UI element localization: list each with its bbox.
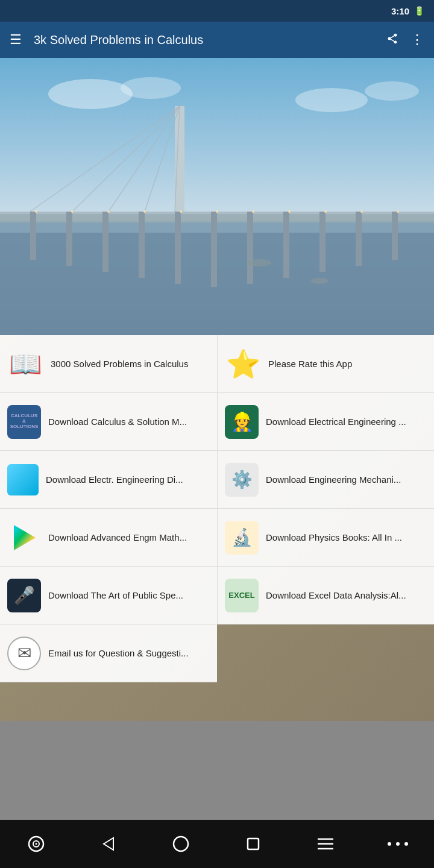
svg-point-35 <box>121 77 181 99</box>
excel-app-icon: EXCEL <box>225 579 259 612</box>
svg-point-48 <box>388 842 391 846</box>
menu-item-physics[interactable]: 🔬 Download Physics Books: All In ... <box>217 509 434 567</box>
svg-marker-38 <box>14 525 36 550</box>
download-physics-label: Download Physics Books: All In ... <box>266 532 427 544</box>
app-bar-title: 3k Solved Problems in Calculus <box>34 33 386 47</box>
menu-item-public-speaking[interactable]: 🎤 Download The Art of Public Spe... <box>0 567 217 624</box>
hero-image <box>0 58 434 335</box>
svg-point-36 <box>295 88 368 112</box>
svg-point-28 <box>288 210 291 213</box>
svg-rect-5 <box>66 212 72 266</box>
play-icon <box>7 521 41 555</box>
electrical-app-icon: 👷 <box>225 405 259 439</box>
svg-point-32 <box>247 259 271 266</box>
menu-item-rate-app[interactable]: ⭐ Please Rate this App <box>217 335 434 393</box>
svg-point-25 <box>180 210 182 213</box>
download-mech-label: Download Engineering Mechani... <box>266 474 427 486</box>
download-excel-label: Download Excel Data Analysis:Al... <box>266 590 427 602</box>
bottom-nav <box>0 820 434 868</box>
menu-item-excel[interactable]: EXCEL Download Excel Data Analysis:Al... <box>217 567 434 624</box>
dots-nav-btn[interactable] <box>374 820 422 868</box>
svg-line-17 <box>72 106 180 212</box>
svg-point-21 <box>35 210 37 213</box>
menu-row-1: 📖 3000 Solved Problems in Calculus ⭐ Ple… <box>0 335 434 393</box>
svg-rect-44 <box>248 838 259 849</box>
blue-square-icon <box>7 464 39 495</box>
svg-rect-8 <box>175 212 181 284</box>
menu-row-4: Download Advanced Engm Math... 🔬 Downloa… <box>0 509 434 567</box>
svg-line-18 <box>108 106 180 212</box>
menu-container: 📖 3000 Solved Problems in Calculus ⭐ Ple… <box>0 335 434 682</box>
mech-app-icon: ⚙️ <box>225 463 259 497</box>
download-electrical-label: Download Electrical Engineering ... <box>266 416 427 428</box>
menu-nav-btn[interactable] <box>301 820 350 868</box>
svg-line-19 <box>145 106 180 212</box>
svg-rect-13 <box>356 212 362 266</box>
share-icon[interactable] <box>386 33 398 48</box>
email-icon: ✉ <box>7 637 41 670</box>
app-bar-actions: ⋮ <box>386 32 424 48</box>
menu-item-download-electrical[interactable]: 👷 Download Electrical Engineering ... <box>217 393 434 451</box>
svg-point-29 <box>324 210 327 213</box>
download-public-label: Download The Art of Public Spe... <box>48 590 210 602</box>
recent-nav-btn[interactable] <box>229 820 277 868</box>
menu-icon[interactable]: ☰ <box>10 32 22 48</box>
download-adv-math-label: Download Advanced Engm Math... <box>48 532 210 544</box>
battery-icon: 🔋 <box>414 6 424 16</box>
menu-item-mech[interactable]: ⚙️ Download Engineering Mechani... <box>217 451 434 509</box>
svg-rect-6 <box>102 212 108 272</box>
physics-app-icon: 🔬 <box>225 521 259 555</box>
svg-rect-7 <box>139 212 145 278</box>
svg-rect-11 <box>283 212 289 278</box>
status-bar: 3:10 🔋 <box>0 0 434 22</box>
svg-point-37 <box>365 81 419 101</box>
app-bar: ☰ 3k Solved Problems in Calculus ⋮ <box>0 22 434 58</box>
svg-rect-4 <box>30 212 36 260</box>
menu-item-adv-math[interactable]: Download Advanced Engm Math... <box>0 509 217 567</box>
back-nav-btn[interactable] <box>84 820 133 868</box>
menu-row-5: 🎤 Download The Art of Public Spe... EXCE… <box>0 567 434 624</box>
calculus-app-icon: CALCULUS&SOLUTIONS <box>7 405 41 439</box>
menu-item-solved-problems[interactable]: 📖 3000 Solved Problems in Calculus <box>0 335 217 393</box>
rate-app-label: Please Rate this App <box>268 358 427 370</box>
svg-point-43 <box>174 837 188 851</box>
camera-nav-btn[interactable] <box>12 820 60 868</box>
svg-point-26 <box>216 210 218 213</box>
svg-rect-10 <box>247 212 253 284</box>
svg-point-22 <box>71 210 74 213</box>
star-icon: ⭐ <box>225 346 261 382</box>
public-speaking-app-icon: 🎤 <box>7 579 41 612</box>
svg-point-23 <box>107 210 110 213</box>
empty-cell <box>217 624 434 682</box>
menu-item-download-calculus[interactable]: CALCULUS&SOLUTIONS Download Calculus & S… <box>0 393 217 451</box>
download-elec-di-label: Download Electr. Engineering Di... <box>46 474 210 486</box>
book-icon: 📖 <box>7 346 43 382</box>
svg-rect-15 <box>175 106 184 212</box>
svg-rect-9 <box>211 212 217 287</box>
status-time: 3:10 <box>391 6 409 16</box>
svg-point-50 <box>404 842 408 846</box>
svg-rect-14 <box>392 212 398 260</box>
menu-item-email[interactable]: ✉ Email us for Question & Suggesti... <box>0 624 217 682</box>
solved-problems-label: 3000 Solved Problems in Calculus <box>51 358 210 370</box>
svg-point-24 <box>143 210 146 213</box>
svg-point-30 <box>360 210 363 213</box>
svg-point-49 <box>396 842 400 846</box>
menu-row-3: Download Electr. Engineering Di... ⚙️ Do… <box>0 451 434 509</box>
menu-item-elec-di[interactable]: Download Electr. Engineering Di... <box>0 451 217 509</box>
home-nav-btn[interactable] <box>157 820 205 868</box>
more-options-icon[interactable]: ⋮ <box>410 32 424 48</box>
svg-point-31 <box>397 210 399 213</box>
menu-row-6: ✉ Email us for Question & Suggesti... <box>0 624 434 682</box>
email-label: Email us for Question & Suggesti... <box>48 647 210 659</box>
download-calculus-label: Download Calculus & Solution M... <box>48 416 210 428</box>
svg-point-33 <box>311 278 328 284</box>
svg-point-27 <box>252 210 254 213</box>
bridge-illustration <box>0 58 434 335</box>
menu-row-2: CALCULUS&SOLUTIONS Download Calculus & S… <box>0 393 434 451</box>
svg-point-34 <box>48 79 133 109</box>
svg-point-41 <box>36 843 37 845</box>
svg-line-16 <box>30 106 180 212</box>
svg-marker-42 <box>104 838 113 850</box>
svg-rect-12 <box>319 212 326 272</box>
